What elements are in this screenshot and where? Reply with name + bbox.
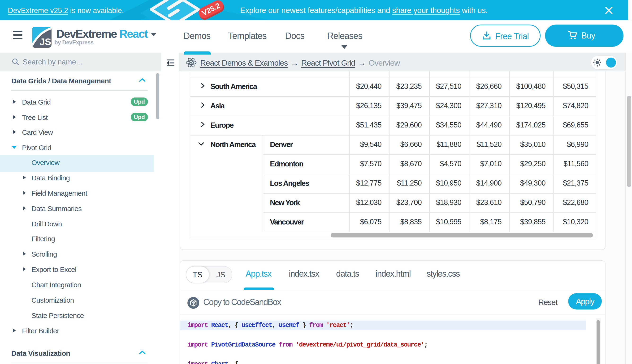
svg-text:JS: JS (40, 36, 51, 47)
